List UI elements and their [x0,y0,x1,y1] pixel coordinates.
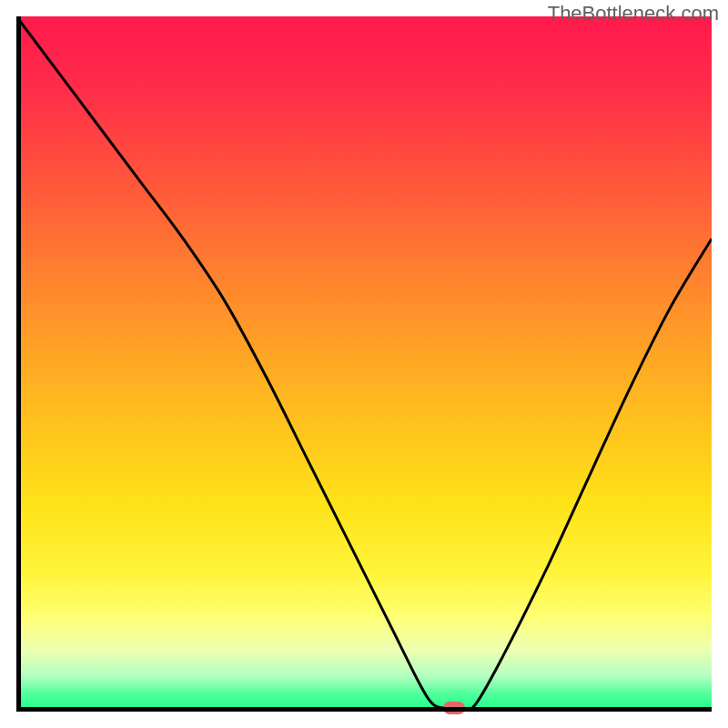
optimal-marker [443,702,465,714]
curve-layer [16,16,712,712]
attribution-label: TheBottleneck.com [548,2,719,25]
bottleneck-chart: TheBottleneck.com [0,0,728,728]
bottleneck-curve [16,16,712,710]
plot-area [16,16,712,712]
